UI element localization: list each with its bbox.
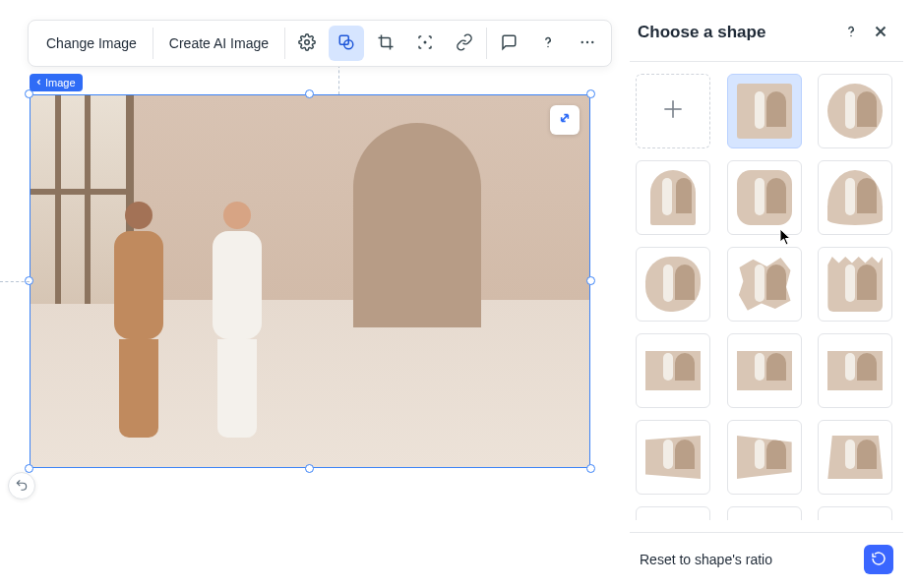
shape-option-strip-2[interactable] — [727, 333, 802, 408]
svg-point-4 — [547, 45, 549, 47]
more-icon — [579, 33, 596, 54]
svg-point-3 — [424, 41, 426, 43]
panel-close-button[interactable] — [866, 18, 895, 47]
shape-option-strip-3[interactable] — [818, 333, 892, 408]
shape-option-rounded-square[interactable] — [727, 160, 802, 235]
gear-icon — [298, 33, 316, 54]
shape-option-strip-1[interactable] — [636, 333, 710, 408]
panel-title: Choose a shape — [638, 23, 836, 42]
svg-point-5 — [581, 40, 583, 42]
shape-mask-button[interactable] — [329, 26, 364, 61]
shape-option-trapezoid-2[interactable] — [727, 420, 802, 495]
shape-thumb — [645, 351, 701, 390]
shape-option-torn-3[interactable] — [818, 506, 892, 520]
panel-help-button[interactable] — [836, 18, 866, 47]
shape-option-gate[interactable] — [818, 160, 892, 235]
shape-option-blob[interactable] — [636, 247, 710, 322]
reset-ratio-label: Reset to shape's ratio — [640, 552, 864, 567]
shape-grid — [630, 74, 903, 520]
reset-ratio-button[interactable] — [864, 545, 893, 574]
shape-thumb — [827, 84, 883, 139]
toolbar-divider — [284, 28, 285, 59]
shape-panel: Choose a shape — [630, 8, 903, 588]
badge-label: Image — [45, 77, 76, 88]
reset-icon — [871, 551, 886, 569]
shape-option-add-new[interactable] — [636, 74, 710, 148]
resize-handle-bottom-left[interactable] — [25, 464, 33, 473]
focal-icon — [416, 33, 434, 54]
more-button[interactable] — [570, 26, 605, 61]
image-content — [31, 95, 589, 467]
help-icon — [539, 33, 557, 54]
shape-thumb — [827, 436, 883, 479]
resize-handle-top-right[interactable] — [586, 89, 595, 98]
shape-thumb — [827, 170, 883, 225]
shape-thumb — [650, 170, 696, 225]
shape-thumb — [737, 351, 792, 390]
element-badge[interactable]: Image — [30, 74, 83, 91]
selected-image-frame[interactable] — [30, 94, 590, 468]
toolbar-divider — [486, 28, 487, 59]
close-icon — [872, 23, 889, 43]
comment-icon — [500, 33, 518, 54]
expand-button[interactable] — [550, 105, 580, 135]
link-button[interactable] — [447, 26, 482, 61]
svg-point-0 — [305, 39, 310, 44]
svg-point-6 — [586, 40, 588, 42]
expand-icon — [557, 110, 573, 130]
resize-handle-bottom-right[interactable] — [586, 464, 595, 473]
svg-point-7 — [591, 40, 593, 42]
image-toolbar: Change Image Create AI Image — [28, 20, 612, 67]
link-icon — [456, 33, 473, 54]
shape-thumb — [645, 436, 701, 479]
settings-button[interactable] — [289, 26, 325, 61]
help-icon — [842, 23, 860, 43]
crop-button[interactable] — [368, 26, 403, 61]
chevron-left-icon — [34, 77, 43, 88]
help-button[interactable] — [530, 26, 566, 61]
shape-thumb — [737, 170, 792, 225]
resize-handle-top-middle[interactable] — [305, 89, 314, 98]
resize-handle-middle-right[interactable] — [586, 276, 595, 285]
shape-option-spiky[interactable] — [727, 247, 802, 322]
panel-footer: Reset to shape's ratio — [630, 532, 903, 588]
shape-option-rectangle[interactable] — [727, 74, 802, 148]
shape-mask-icon — [337, 33, 355, 54]
shape-thumb — [737, 436, 792, 479]
shape-option-arch[interactable] — [636, 160, 710, 235]
shape-thumb — [737, 84, 792, 139]
change-image-button[interactable]: Change Image — [32, 24, 151, 63]
shape-thumb — [737, 257, 792, 312]
shape-option-trapezoid-3[interactable] — [818, 420, 892, 495]
panel-header: Choose a shape — [630, 8, 903, 61]
shape-option-stamp[interactable] — [818, 247, 892, 322]
focal-point-button[interactable] — [407, 26, 443, 61]
alignment-guide-horizontal — [0, 281, 30, 282]
svg-point-8 — [850, 34, 852, 36]
comment-button[interactable] — [491, 26, 526, 61]
shape-option-circle[interactable] — [818, 74, 892, 148]
crop-icon — [377, 33, 395, 54]
shape-option-torn-1[interactable] — [636, 506, 710, 520]
shape-option-trapezoid-1[interactable] — [636, 420, 710, 495]
shape-option-torn-2[interactable] — [727, 506, 802, 520]
alignment-guide-vertical — [338, 65, 339, 94]
undo-button[interactable] — [8, 472, 35, 500]
panel-separator — [630, 61, 903, 62]
resize-handle-bottom-middle[interactable] — [305, 464, 314, 473]
toolbar-divider — [153, 28, 153, 59]
main-image[interactable] — [30, 94, 590, 468]
create-ai-image-button[interactable]: Create AI Image — [155, 24, 282, 63]
undo-icon — [15, 478, 29, 495]
shape-thumb — [827, 257, 883, 312]
shape-thumb — [645, 257, 701, 312]
plus-icon — [660, 96, 686, 126]
shape-thumb — [827, 351, 883, 390]
